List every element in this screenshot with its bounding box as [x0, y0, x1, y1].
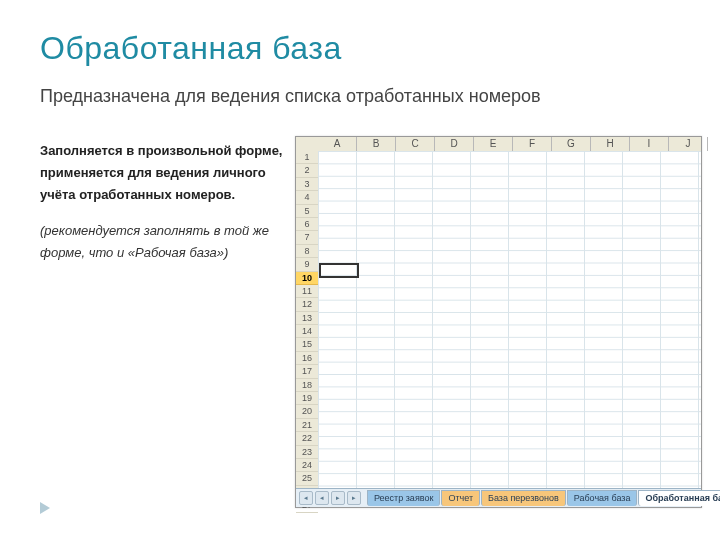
sheet-tabs: Реестр заявокОтчетБаза перезвоновРабочая… [367, 490, 720, 506]
row-headers: 1234567891011121314151617181920212223242… [296, 151, 319, 489]
row-header-13[interactable]: 13 [296, 312, 318, 325]
row-header-19[interactable]: 19 [296, 392, 318, 405]
row-header-12[interactable]: 12 [296, 298, 318, 311]
row-header-16[interactable]: 16 [296, 352, 318, 365]
slide-subtitle: Предназначена для ведения списка отработ… [40, 86, 541, 107]
row-header-24[interactable]: 24 [296, 459, 318, 472]
body-italic: (рекомендуется заполнять в той же форме,… [40, 220, 300, 264]
slide: Обработанная база Предназначена для веде… [0, 0, 720, 540]
row-header-3[interactable]: 3 [296, 178, 318, 191]
row-header-5[interactable]: 5 [296, 205, 318, 218]
spreadsheet-preview: ABCDEFGHIJ 12345678910111213141516171819… [295, 136, 702, 508]
col-header-D[interactable]: D [435, 137, 474, 151]
col-header-G[interactable]: G [552, 137, 591, 151]
cell-grid[interactable] [318, 151, 701, 489]
slide-bullet-decor [40, 502, 50, 514]
tab-nav-btn-1[interactable]: ◂ [315, 491, 329, 505]
row-header-21[interactable]: 21 [296, 419, 318, 432]
row-header-4[interactable]: 4 [296, 191, 318, 204]
row-header-17[interactable]: 17 [296, 365, 318, 378]
row-header-18[interactable]: 18 [296, 379, 318, 392]
col-header-B[interactable]: B [357, 137, 396, 151]
row-header-25[interactable]: 25 [296, 472, 318, 485]
row-header-7[interactable]: 7 [296, 231, 318, 244]
body-text: Заполняется в произвольной форме, примен… [40, 140, 300, 264]
row-header-2[interactable]: 2 [296, 164, 318, 177]
slide-title: Обработанная база [40, 30, 342, 67]
row-header-6[interactable]: 6 [296, 218, 318, 231]
row-header-23[interactable]: 23 [296, 446, 318, 459]
col-header-C[interactable]: C [396, 137, 435, 151]
col-header-J[interactable]: J [669, 137, 708, 151]
col-header-H[interactable]: H [591, 137, 630, 151]
col-header-A[interactable]: A [318, 137, 357, 151]
row-header-15[interactable]: 15 [296, 338, 318, 351]
tab-nav-buttons: ◂◂▸▸ [299, 491, 363, 505]
tab-nav-btn-2[interactable]: ▸ [331, 491, 345, 505]
sheet-tabs-bar: ◂◂▸▸ Реестр заявокОтчетБаза перезвоновРа… [296, 488, 701, 507]
sheet-tab-1[interactable]: Отчет [441, 490, 480, 506]
row-header-11[interactable]: 11 [296, 285, 318, 298]
col-header-I[interactable]: I [630, 137, 669, 151]
column-headers: ABCDEFGHIJ [318, 137, 701, 152]
row-header-10[interactable]: 10 [296, 272, 318, 285]
sheet-tab-2[interactable]: База перезвонов [481, 490, 566, 506]
body-bold: Заполняется в произвольной форме, примен… [40, 140, 300, 206]
sheet-tab-0[interactable]: Реестр заявок [367, 490, 440, 506]
col-header-E[interactable]: E [474, 137, 513, 151]
row-header-8[interactable]: 8 [296, 245, 318, 258]
col-header-F[interactable]: F [513, 137, 552, 151]
row-header-1[interactable]: 1 [296, 151, 318, 164]
sheet-tab-3[interactable]: Рабочая база [567, 490, 638, 506]
row-header-22[interactable]: 22 [296, 432, 318, 445]
sheet-tab-4[interactable]: Обработанная база [638, 490, 720, 506]
row-header-14[interactable]: 14 [296, 325, 318, 338]
row-header-9[interactable]: 9 [296, 258, 318, 271]
select-all-corner[interactable] [296, 137, 319, 152]
tab-nav-btn-3[interactable]: ▸ [347, 491, 361, 505]
tab-nav-btn-0[interactable]: ◂ [299, 491, 313, 505]
row-header-20[interactable]: 20 [296, 405, 318, 418]
